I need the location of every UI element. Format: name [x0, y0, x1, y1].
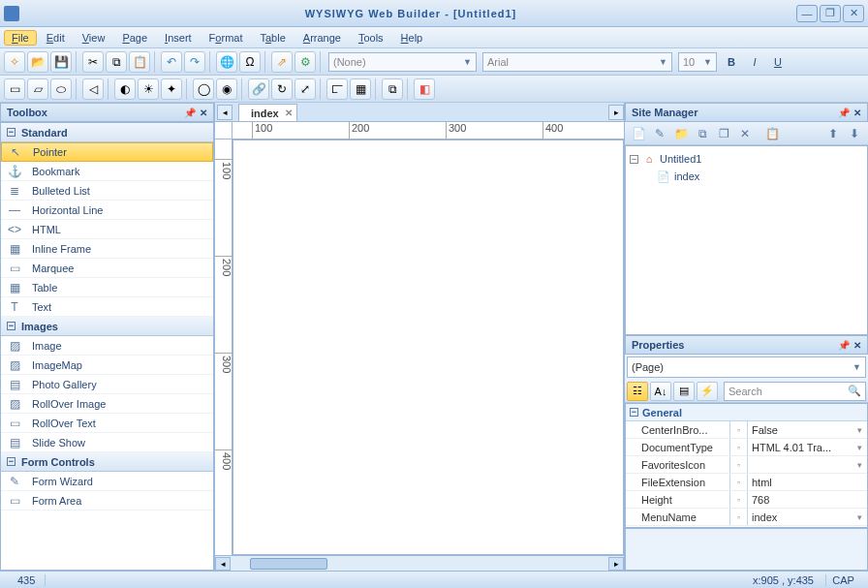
prop-documenttype[interactable]: DocumentType▫HTML 4.01 Tra...▾: [626, 439, 867, 456]
font-select[interactable]: Arial▼: [482, 52, 672, 72]
tool-link-icon[interactable]: 🔗: [248, 78, 269, 100]
scroll-left-button[interactable]: ◂: [215, 557, 231, 571]
site-delete-icon[interactable]: ✕: [735, 124, 755, 143]
prop-height[interactable]: Height▫768: [626, 491, 867, 509]
scroll-right-button[interactable]: ▸: [608, 557, 624, 571]
site-clone-icon[interactable]: ❐: [714, 124, 733, 143]
category-images[interactable]: −Images: [1, 317, 213, 336]
prop-fileextension[interactable]: FileExtension▫html: [626, 474, 867, 491]
preview-button[interactable]: 🌐: [216, 51, 237, 73]
tool-ellipse-icon[interactable]: ⬭: [50, 78, 72, 100]
close-button[interactable]: ✕: [843, 5, 864, 22]
tool-rect-icon[interactable]: ▭: [4, 78, 25, 100]
menu-tools[interactable]: Tools: [351, 30, 391, 46]
tool-star-icon[interactable]: ✦: [161, 78, 182, 100]
maximize-button[interactable]: ❐: [820, 5, 841, 22]
tree-page-index[interactable]: 📄 index: [657, 168, 863, 185]
pin-icon[interactable]: 📌: [838, 108, 850, 118]
pin-icon[interactable]: 📌: [184, 108, 196, 118]
undo-button[interactable]: ↶: [161, 51, 182, 73]
tool-shape-icon[interactable]: ▱: [27, 78, 48, 100]
tool-form-area[interactable]: ▭Form Area: [1, 491, 213, 511]
options-button[interactable]: ⚙: [294, 51, 316, 73]
site-copy-icon[interactable]: ⧉: [693, 124, 712, 143]
save-button[interactable]: 💾: [50, 51, 72, 73]
menu-format[interactable]: Format: [202, 30, 251, 46]
prop-categorized-button[interactable]: ☷: [627, 382, 648, 401]
site-down-icon[interactable]: ⬇: [845, 124, 864, 143]
tool-grid-icon[interactable]: ▦: [350, 78, 371, 100]
tree-root[interactable]: − ⌂ Untitled1: [630, 150, 863, 168]
pin-icon[interactable]: 📌: [838, 340, 850, 351]
collapse-icon[interactable]: −: [630, 155, 638, 164]
tool-brightness-icon[interactable]: ☀: [138, 78, 159, 100]
menu-arrange[interactable]: Arrange: [295, 30, 349, 46]
category-form-controls[interactable]: −Form Controls: [1, 452, 213, 472]
site-tree[interactable]: − ⌂ Untitled1 📄 index: [625, 145, 868, 335]
tab-next-button[interactable]: ▸: [608, 105, 624, 120]
menu-help[interactable]: Help: [393, 30, 431, 46]
search-icon[interactable]: 🔍: [848, 385, 861, 397]
tool-html[interactable]: <>HTML: [1, 220, 213, 239]
tool-rollover-image[interactable]: ▨RollOver Image: [1, 394, 213, 414]
tool-rollover-text[interactable]: ▭RollOver Text: [1, 414, 213, 433]
prop-category-general[interactable]: − General: [626, 404, 867, 421]
prop-alpha-button[interactable]: A↓: [650, 382, 671, 401]
redo-button[interactable]: ↷: [184, 51, 205, 73]
tab-index[interactable]: index✕: [238, 104, 297, 121]
tool-text[interactable]: TText: [1, 297, 213, 317]
tool-form-wizard[interactable]: ✎Form Wizard: [1, 472, 213, 491]
scrollbar-horizontal[interactable]: ◂ ▸: [215, 555, 624, 571]
fontsize-select[interactable]: 10▼: [678, 52, 717, 72]
menu-insert[interactable]: Insert: [157, 30, 200, 46]
close-panel-icon[interactable]: ✕: [853, 108, 861, 118]
menu-page[interactable]: Page: [114, 30, 155, 46]
site-new-icon[interactable]: 📄: [629, 124, 648, 143]
scroll-thumb[interactable]: [250, 558, 327, 570]
underline-button[interactable]: U: [767, 51, 789, 73]
tool-ring-icon[interactable]: ◉: [216, 78, 237, 100]
prop-menuname[interactable]: MenuName▫index▾: [626, 509, 867, 526]
prop-group-button[interactable]: ▤: [673, 382, 695, 401]
site-props-icon[interactable]: 📋: [762, 124, 782, 143]
tool-photo-gallery[interactable]: ▤Photo Gallery: [1, 375, 213, 394]
tool-refresh-icon[interactable]: ↻: [271, 78, 293, 100]
open-button[interactable]: 📂: [27, 51, 48, 73]
prop-centerinbro[interactable]: CenterInBro...▫False▾: [626, 421, 867, 439]
cut-button[interactable]: ✂: [82, 51, 104, 73]
paste-button[interactable]: 📋: [129, 51, 150, 73]
tool-pointer[interactable]: ↖Pointer: [1, 142, 213, 162]
tool-bulleted-list[interactable]: ≣Bulleted List: [1, 181, 213, 201]
site-folder-icon[interactable]: 📁: [671, 124, 691, 143]
site-edit-icon[interactable]: ✎: [650, 124, 669, 143]
tool-bookmark[interactable]: ⚓Bookmark: [1, 162, 213, 181]
tool-color-icon[interactable]: ◧: [414, 78, 435, 100]
category-standard[interactable]: −Standard: [1, 123, 213, 142]
tool-flip-icon[interactable]: ◁: [82, 78, 104, 100]
italic-button[interactable]: I: [744, 51, 765, 73]
close-panel-icon[interactable]: ✕: [200, 108, 207, 118]
properties-object-select[interactable]: (Page)▼: [627, 356, 866, 378]
tool-inline-frame[interactable]: ▦Inline Frame: [1, 239, 213, 259]
style-select[interactable]: (None)▼: [328, 52, 477, 72]
copy-button[interactable]: ⧉: [106, 51, 127, 73]
menu-edit[interactable]: Edit: [39, 30, 73, 46]
tool-image[interactable]: ▨Image: [1, 336, 213, 356]
tool-marquee[interactable]: ▭Marquee: [1, 259, 213, 278]
tab-prev-button[interactable]: ◂: [217, 105, 232, 120]
close-panel-icon[interactable]: ✕: [853, 340, 861, 351]
collapse-icon[interactable]: −: [630, 408, 638, 417]
property-grid[interactable]: − General CenterInBro...▫False▾DocumentT…: [625, 403, 868, 528]
tool-slide-show[interactable]: ▤Slide Show: [1, 433, 213, 452]
prop-search-input[interactable]: Search🔍: [724, 382, 866, 401]
tool-circle-icon[interactable]: ◯: [193, 78, 214, 100]
menu-table[interactable]: Table: [252, 30, 293, 46]
tool-align-icon[interactable]: ⫍: [326, 78, 348, 100]
tab-close-icon[interactable]: ✕: [285, 108, 293, 118]
tool-group-icon[interactable]: ⧉: [382, 78, 403, 100]
prop-favoritesicon[interactable]: FavoritesIcon▫▾: [626, 456, 867, 474]
site-up-icon[interactable]: ⬆: [823, 124, 843, 143]
menu-file[interactable]: File: [4, 30, 37, 46]
bold-button[interactable]: B: [721, 51, 742, 73]
canvas[interactable]: [232, 139, 624, 555]
